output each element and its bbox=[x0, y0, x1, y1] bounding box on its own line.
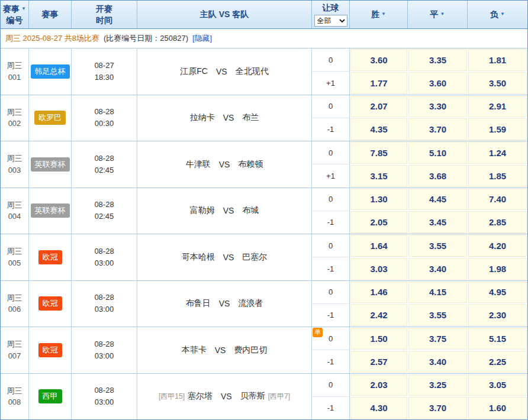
match-day: 周三 bbox=[7, 199, 22, 211]
teams-cell: [西甲15]塞尔塔VS贝蒂斯[西甲7] bbox=[137, 374, 312, 420]
match-number: 006 bbox=[8, 303, 21, 315]
odds-lose[interactable]: 1.85 bbox=[468, 165, 527, 187]
hide-link[interactable]: [隐藏] bbox=[192, 33, 212, 44]
odds-draw[interactable]: 3.25 bbox=[408, 374, 467, 396]
odds-win[interactable]: 3.60 bbox=[350, 49, 407, 71]
header-draw[interactable]: 平 ▼ bbox=[408, 1, 468, 28]
odds-draw[interactable]: 3.75 bbox=[408, 328, 467, 350]
handicap-cell: 0-1 bbox=[312, 188, 350, 234]
odds-draw[interactable]: 3.68 bbox=[408, 165, 467, 187]
odds-draw[interactable]: 4.15 bbox=[408, 282, 467, 303]
odds-draw[interactable]: 5.10 bbox=[408, 142, 467, 164]
sort-arrow-icon: ▼ bbox=[440, 11, 445, 18]
odds-draw[interactable]: 3.55 bbox=[408, 304, 467, 326]
match-date: 08-28 bbox=[94, 292, 114, 303]
odds-win[interactable]: 1.46 bbox=[350, 282, 407, 303]
odds-win[interactable]: 2.03 bbox=[350, 374, 407, 396]
odds-lose[interactable]: 2.85 bbox=[468, 211, 527, 233]
odds-draw[interactable]: 3.40 bbox=[408, 258, 467, 280]
header-match-number-label-bottom: 编号 bbox=[7, 15, 23, 26]
odds-draw[interactable]: 4.45 bbox=[408, 189, 467, 211]
odds-draw[interactable]: 3.70 bbox=[408, 118, 467, 140]
odds-win[interactable]: 2.07 bbox=[350, 96, 407, 118]
odds-lose[interactable]: 3.50 bbox=[468, 72, 527, 94]
odds-win[interactable]: 3.03 bbox=[350, 258, 407, 280]
odds-lose[interactable]: 1.98 bbox=[468, 258, 527, 280]
match-time: 18:30 bbox=[95, 72, 114, 83]
league-badge: 西甲 bbox=[38, 389, 62, 403]
header-draw-label: 平 bbox=[430, 9, 439, 20]
odds-win[interactable]: 2.05 bbox=[350, 211, 407, 233]
odds-lose[interactable]: 1.81 bbox=[468, 49, 527, 71]
match-time: 03:00 bbox=[95, 303, 114, 315]
odds-win[interactable]: 4.35 bbox=[350, 118, 407, 140]
odds-lose[interactable]: 3.05 bbox=[468, 374, 527, 396]
match-id-cell: 周三006 bbox=[1, 281, 29, 327]
header-handicap-label: 让球 bbox=[323, 2, 339, 14]
odds-win[interactable]: 2.42 bbox=[350, 304, 407, 326]
odds-win[interactable]: 3.15 bbox=[350, 165, 407, 187]
handicap-value: 0 bbox=[312, 141, 349, 164]
vs-label: VS bbox=[221, 392, 232, 401]
header-win[interactable]: 胜 ▼ bbox=[350, 1, 408, 28]
teams-cell: 牛津联VS布赖顿 bbox=[137, 141, 312, 188]
odds-lose[interactable]: 2.25 bbox=[468, 351, 527, 373]
odds-column-win: 1.502.57 bbox=[350, 327, 408, 373]
header-lose[interactable]: 负 ▼ bbox=[468, 1, 527, 28]
match-row: 周三005欧冠08-2803:00哥本哈根VS巴塞尔0-11.643.033.5… bbox=[1, 234, 527, 281]
odds-lose[interactable]: 1.60 bbox=[468, 397, 527, 419]
odds-lose[interactable]: 5.15 bbox=[468, 328, 527, 350]
odds-win[interactable]: 1.50 bbox=[350, 328, 407, 350]
league-badge: 英联赛杯 bbox=[31, 203, 70, 218]
home-team: 拉纳卡 bbox=[190, 112, 215, 123]
match-id-cell: 周三007 bbox=[1, 327, 29, 373]
odds-win[interactable]: 2.57 bbox=[350, 351, 407, 373]
odds-column-lose: 4.201.98 bbox=[468, 234, 527, 280]
odds-lose[interactable]: 7.40 bbox=[468, 189, 527, 211]
odds-lose[interactable]: 4.95 bbox=[468, 282, 527, 303]
vs-label: VS bbox=[223, 253, 234, 262]
odds-draw[interactable]: 3.45 bbox=[408, 211, 467, 233]
odds-draw[interactable]: 3.70 bbox=[408, 397, 467, 419]
match-row: 周三007欧冠08-2803:00本菲卡VS费内巴切0单-11.502.573.… bbox=[1, 327, 527, 374]
odds-lose[interactable]: 1.59 bbox=[468, 118, 527, 140]
odds-draw[interactable]: 3.40 bbox=[408, 351, 467, 373]
match-id-date-text: (比赛编号日期：250827) bbox=[104, 33, 188, 44]
match-day: 周三 bbox=[7, 292, 22, 304]
match-date: 08-28 bbox=[94, 153, 114, 164]
header-match-number[interactable]: 赛事 ▼ 编号 bbox=[1, 1, 29, 28]
odds-win[interactable]: 4.30 bbox=[350, 397, 407, 419]
odds-column-win: 1.302.05 bbox=[350, 188, 408, 234]
match-row: 周三006欧冠08-2803:00布鲁日VS流浪者0-11.462.424.15… bbox=[1, 281, 527, 328]
odds-lose[interactable]: 1.24 bbox=[468, 142, 527, 164]
match-time: 03:00 bbox=[95, 257, 114, 269]
home-team: 富勒姆 bbox=[190, 205, 215, 216]
header-win-label: 胜 bbox=[371, 9, 379, 20]
league-cell: 英联赛杯 bbox=[29, 188, 72, 234]
odds-column-draw: 3.753.40 bbox=[408, 327, 468, 373]
teams-cell: 哥本哈根VS巴塞尔 bbox=[137, 234, 312, 280]
time-cell: 08-2803:00 bbox=[72, 327, 137, 373]
odds-win[interactable]: 7.85 bbox=[350, 142, 407, 164]
odds-win[interactable]: 1.64 bbox=[350, 235, 407, 257]
away-team: 布兰 bbox=[242, 112, 259, 123]
match-day: 周三 bbox=[7, 338, 22, 350]
match-day: 周三 bbox=[7, 153, 22, 164]
odds-draw[interactable]: 3.35 bbox=[408, 49, 467, 71]
odds-draw[interactable]: 3.55 bbox=[408, 235, 467, 257]
handicap-value: -1 bbox=[312, 303, 349, 327]
odds-column-draw: 3.253.70 bbox=[408, 374, 468, 420]
odds-column-draw: 5.103.68 bbox=[408, 141, 468, 188]
odds-column-win: 1.643.03 bbox=[350, 234, 408, 280]
odds-lose[interactable]: 2.30 bbox=[468, 304, 527, 326]
handicap-cell: 0-1 bbox=[312, 95, 350, 141]
odds-lose[interactable]: 4.20 bbox=[468, 235, 527, 257]
odds-win[interactable]: 1.30 bbox=[350, 189, 407, 211]
odds-draw[interactable]: 3.60 bbox=[408, 72, 467, 94]
handicap-filter-select[interactable]: 全部 bbox=[314, 15, 347, 27]
odds-draw[interactable]: 3.30 bbox=[408, 96, 467, 118]
odds-column-draw: 4.453.45 bbox=[408, 188, 468, 234]
away-team: 流浪者 bbox=[238, 298, 263, 309]
odds-win[interactable]: 1.77 bbox=[350, 72, 407, 94]
odds-lose[interactable]: 2.91 bbox=[468, 96, 527, 118]
